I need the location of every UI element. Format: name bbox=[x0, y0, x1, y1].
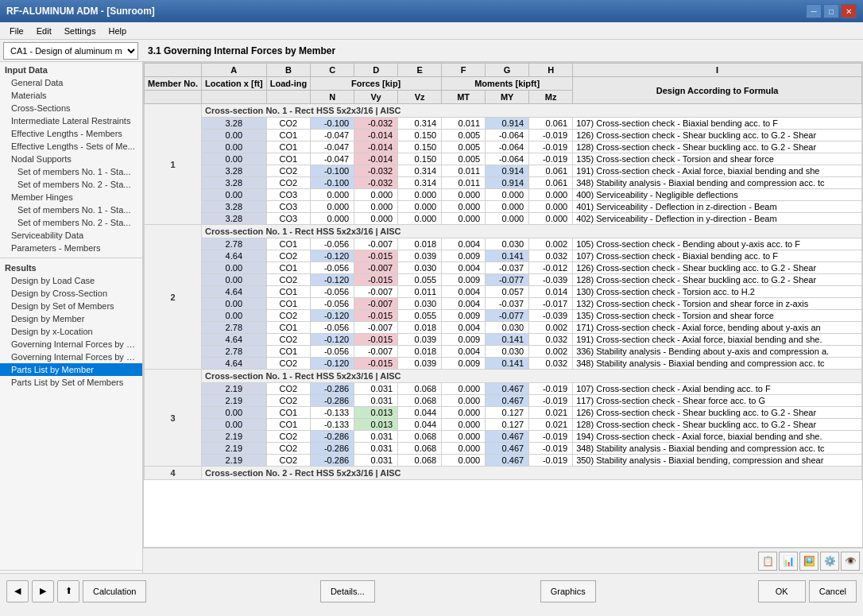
my-moment-cell: -0.064 bbox=[486, 130, 529, 141]
table-row: 3.28CO30.0000.0000.0000.0000.0000.000402… bbox=[145, 213, 862, 225]
sidebar-item-parts-list-member[interactable]: Parts List by Member bbox=[0, 363, 142, 376]
my-moment-cell: 0.914 bbox=[486, 165, 529, 177]
n-header: N bbox=[311, 91, 354, 104]
col-i-letter: I bbox=[573, 64, 862, 77]
mt-moment-cell: 0.011 bbox=[442, 165, 486, 177]
content-area: A B C D E F G H I Member No. Location x … bbox=[143, 62, 863, 573]
design-case-dropdown[interactable]: CA1 - Design of aluminum mem... bbox=[3, 42, 138, 60]
nav-forward-btn[interactable]: ▶ bbox=[32, 580, 54, 602]
sidebar-item-gov-forces-member[interactable]: Governing Internal Forces by M... bbox=[0, 338, 142, 351]
member-no-header: Member No. bbox=[145, 77, 202, 91]
mt-moment-cell: 0.000 bbox=[442, 443, 486, 455]
table-row: 4.64CO1-0.056-0.0070.0110.0040.0570.0141… bbox=[145, 286, 862, 298]
vy-force-cell: -0.015 bbox=[354, 274, 398, 286]
sidebar-item-nodal-set2[interactable]: Set of members No. 2 - Sta... bbox=[0, 178, 142, 191]
mt-moment-cell: 0.009 bbox=[442, 250, 486, 262]
menu-edit[interactable]: Edit bbox=[30, 22, 58, 39]
details-btn[interactable]: Details... bbox=[320, 580, 375, 602]
formula-cell: 348) Stability analysis - Biaxial bendin… bbox=[573, 443, 862, 455]
loading-cell: CO1 bbox=[266, 322, 310, 334]
ok-btn[interactable]: OK bbox=[758, 580, 806, 602]
menu-file[interactable]: File bbox=[3, 22, 30, 39]
minimize-btn[interactable]: ─ bbox=[806, 4, 822, 18]
close-btn[interactable]: ✕ bbox=[841, 4, 857, 18]
settings-icon-btn[interactable]: ⚙️ bbox=[820, 552, 839, 571]
data-table-container[interactable]: A B C D E F G H I Member No. Location x … bbox=[143, 62, 863, 548]
loading-cell: CO3 bbox=[266, 201, 310, 213]
location-cell: 0.00 bbox=[201, 189, 266, 201]
formula-cell: 348) Stability analysis - Biaxial bendin… bbox=[573, 177, 862, 189]
graphics-btn[interactable]: Graphics bbox=[540, 580, 596, 602]
sidebar-next-btn[interactable]: ▶ bbox=[72, 572, 85, 573]
location-cell: 0.00 bbox=[201, 310, 266, 322]
table-row: 0.00CO1-0.1330.0130.0440.0000.1270.02112… bbox=[145, 407, 862, 419]
sidebar-item-design-load-case[interactable]: Design by Load Case bbox=[0, 274, 142, 287]
calculation-btn[interactable]: Calculation bbox=[83, 580, 146, 602]
vz-force-cell: 0.068 bbox=[398, 431, 442, 443]
chart-icon-btn[interactable]: 📊 bbox=[779, 552, 798, 571]
image-icon-btn[interactable]: 🖼️ bbox=[799, 552, 818, 571]
loading-cell: CO1 bbox=[266, 153, 310, 165]
sidebar-item-serviceability[interactable]: Serviceability Data bbox=[0, 229, 142, 242]
menu-help[interactable]: Help bbox=[102, 22, 133, 39]
sidebar-item-member-hinges[interactable]: Member Hinges bbox=[0, 191, 142, 203]
vz-force-cell: 0.039 bbox=[398, 358, 442, 370]
vy-force-cell: -0.014 bbox=[354, 141, 398, 153]
n-force-cell: -0.286 bbox=[311, 383, 354, 395]
sidebar-item-eff-lengths-sets[interactable]: Effective Lengths - Sets of Me... bbox=[0, 140, 142, 153]
sidebar-item-design-xloc[interactable]: Design by x-Location bbox=[0, 325, 142, 338]
loading-cell: CO1 bbox=[266, 419, 310, 431]
my-moment-cell: -0.037 bbox=[486, 298, 529, 310]
sidebar-item-gov-forces-set[interactable]: Governing Internal Forces by S... bbox=[0, 351, 142, 363]
mt-moment-cell: 0.000 bbox=[442, 201, 486, 213]
n-force-cell: -0.056 bbox=[311, 238, 354, 250]
sidebar-prev-btn[interactable]: ◀ bbox=[58, 572, 71, 573]
nav-back-btn[interactable]: ◀ bbox=[6, 580, 29, 602]
location-cell: 3.28 bbox=[201, 118, 266, 130]
menu-settings[interactable]: Settings bbox=[58, 22, 103, 39]
maximize-btn[interactable]: □ bbox=[823, 4, 839, 18]
sidebar-item-parts-list-set[interactable]: Parts List by Set of Members bbox=[0, 376, 142, 389]
vy-force-cell: 0.000 bbox=[354, 201, 398, 213]
mt-moment-cell: 0.005 bbox=[442, 130, 486, 141]
location-cell: 2.19 bbox=[201, 395, 266, 407]
sidebar-item-design-set-members[interactable]: Design by Set of Members bbox=[0, 300, 142, 312]
formula-cell: 117) Cross-section check - Shear force a… bbox=[573, 395, 862, 407]
bottom-bar: ◀ ▶ ⬆ Calculation Details... Graphics OK… bbox=[0, 573, 863, 608]
sidebar-item-hinge-set2[interactable]: Set of members No. 2 - Sta... bbox=[0, 216, 142, 229]
table-row: 2.78CO1-0.056-0.0070.0180.0040.0300.0021… bbox=[145, 322, 862, 334]
vy-force-cell: 0.031 bbox=[354, 443, 398, 455]
table-row: 4.64CO2-0.120-0.0150.0390.0090.1410.0321… bbox=[145, 250, 862, 262]
cancel-btn[interactable]: Cancel bbox=[809, 580, 857, 602]
loading-cell: CO2 bbox=[266, 358, 310, 370]
n-force-cell: -0.047 bbox=[311, 153, 354, 165]
sidebar-item-hinge-set1[interactable]: Set of members No. 1 - Sta... bbox=[0, 203, 142, 216]
view-icon-btn[interactable]: 👁️ bbox=[841, 552, 860, 571]
sidebar-item-nodal-supports[interactable]: Nodal Supports bbox=[0, 153, 142, 165]
sidebar-item-design-member[interactable]: Design by Member bbox=[0, 312, 142, 325]
sidebar-item-materials[interactable]: Materials bbox=[0, 89, 142, 102]
sidebar-item-parameters[interactable]: Parameters - Members bbox=[0, 242, 142, 254]
vy-force-cell: 0.031 bbox=[354, 431, 398, 443]
export-icon-btn[interactable]: 📋 bbox=[758, 552, 777, 571]
n-force-cell: -0.047 bbox=[311, 141, 354, 153]
location-cell: 3.28 bbox=[201, 165, 266, 177]
vz-force-cell: 0.068 bbox=[398, 443, 442, 455]
sidebar-item-design-cross-section[interactable]: Design by Cross-Section bbox=[0, 287, 142, 300]
sidebar-item-general-data[interactable]: General Data bbox=[0, 76, 142, 89]
n-force-cell: -0.286 bbox=[311, 443, 354, 455]
sidebar-item-eff-lengths-members[interactable]: Effective Lengths - Members bbox=[0, 127, 142, 140]
loading-cell: CO1 bbox=[266, 298, 310, 310]
nav-up-btn[interactable]: ⬆ bbox=[57, 580, 79, 602]
mt-moment-cell: 0.000 bbox=[442, 419, 486, 431]
sidebar-item-cross-sections[interactable]: Cross-Sections bbox=[0, 102, 142, 114]
mz-moment-cell: 0.061 bbox=[529, 118, 573, 130]
loading-cell: CO2 bbox=[266, 455, 310, 467]
table-row: 0.00CO1-0.047-0.0140.1500.005-0.064-0.01… bbox=[145, 141, 862, 153]
my-moment-cell: 0.141 bbox=[486, 334, 529, 346]
sidebar-item-lateral-restraints[interactable]: Intermediate Lateral Restraints bbox=[0, 114, 142, 127]
loading-cell: CO2 bbox=[266, 165, 310, 177]
sidebar-item-nodal-set1[interactable]: Set of members No. 1 - Sta... bbox=[0, 165, 142, 178]
mz-moment-cell: 0.002 bbox=[529, 322, 573, 334]
location-unit-header bbox=[201, 91, 266, 104]
